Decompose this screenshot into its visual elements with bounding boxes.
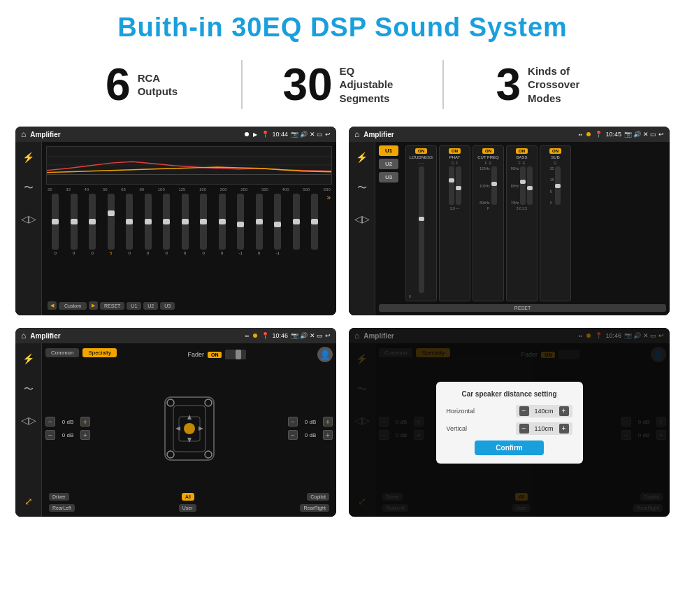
dialog-horizontal-label: Horizontal [447, 408, 485, 415]
btn-copilot[interactable]: Copilot [307, 493, 329, 501]
preset-u2[interactable]: U2 [379, 159, 398, 169]
eq-prev-btn[interactable]: ◀ [48, 301, 57, 310]
crossover-status-icons: 📍 10:45 📷 🔊 ✕ ▭ ↩ [595, 131, 664, 138]
vertical-minus-btn[interactable]: − [519, 424, 529, 434]
eq-slider-11[interactable]: 0 [252, 194, 268, 255]
vertical-value: 110cm [532, 425, 556, 432]
vol4-minus[interactable]: − [288, 430, 298, 440]
wave-icon-2[interactable]: 〜 [352, 178, 372, 198]
eq-slider-4[interactable]: 0 [122, 194, 138, 255]
btn-all[interactable]: All [182, 493, 194, 501]
bottom-labels: Driver All Copilot [45, 491, 333, 502]
eq-slider-1[interactable]: 0 [66, 194, 82, 255]
confirm-button[interactable]: Confirm [475, 440, 543, 455]
sub-label: SUB [551, 155, 559, 159]
eq-slider-14[interactable] [307, 194, 323, 251]
status-dot-2 [586, 132, 591, 136]
eq-slider-2[interactable]: 0 [85, 194, 101, 255]
tab-specialty[interactable]: Specialty [82, 348, 116, 357]
profile-icon[interactable]: 👤 [317, 347, 333, 362]
volume-icon[interactable]: ◁▷ [19, 209, 38, 229]
phat-on[interactable]: ON [449, 148, 461, 154]
eq-time: 10:44 [272, 131, 288, 138]
btn-user[interactable]: User [179, 504, 196, 512]
eq-left-sidebar: ⚡ 〜 ◁▷ [15, 142, 42, 315]
eq-slider-8[interactable]: 0 [196, 194, 212, 255]
preset-u3[interactable]: U3 [379, 172, 398, 182]
vol1-plus[interactable]: + [80, 417, 90, 427]
btn-driver[interactable]: Driver [49, 493, 69, 501]
channel-loudness: ON LOUDNESS ~ ~ 0 [405, 145, 437, 301]
crossover-reset-btn[interactable]: RESET [379, 304, 666, 312]
crossover-app-name: Amplifier [363, 131, 394, 138]
svg-marker-8 [187, 438, 192, 443]
tab-common[interactable]: Common [45, 348, 79, 357]
channel-phat: ON PHAT G F 3.0 — [439, 145, 470, 301]
vol2-plus[interactable]: + [80, 430, 90, 440]
crossover-screen-content: ⚡ 〜 ◁▷ U1 U2 U3 ON [349, 142, 670, 315]
vol2-minus[interactable]: − [45, 430, 55, 440]
vol-row-1: − 0 dB + [45, 417, 90, 427]
expand-icon[interactable]: ⤢ [19, 492, 38, 511]
vol3-minus[interactable]: − [288, 417, 298, 427]
stat-rca-number: 6 [106, 62, 131, 107]
fader-on-btn[interactable]: ON [208, 352, 222, 358]
eq-slider-12[interactable]: -1 [270, 194, 286, 255]
eq-icon[interactable]: ⚡ [19, 148, 38, 167]
vertical-plus-btn[interactable]: + [559, 424, 569, 434]
loudness-on[interactable]: ON [415, 148, 427, 154]
eq-icon-3[interactable]: ⚡ [19, 349, 38, 368]
eq-slider-0[interactable]: 0 [48, 194, 64, 255]
btn-rearright[interactable]: RearRight [300, 504, 329, 512]
screens-grid: ⌂ Amplifier ▶ 📍 10:44 📷 🔊 ✕ ▭ ↩ ⚡ 〜 ◁▷ [0, 123, 685, 532]
status-dot-1 [245, 132, 249, 136]
eq-next-btn[interactable]: ▶ [89, 301, 98, 310]
eq-icon-2[interactable]: ⚡ [352, 148, 372, 167]
eq-reset-btn[interactable]: RESET [100, 302, 124, 310]
eq-u2-btn[interactable]: U2 [143, 302, 158, 310]
vol1-minus[interactable]: − [45, 417, 55, 427]
sub-on[interactable]: ON [549, 148, 561, 154]
channel-strips: ON LOUDNESS ~ ~ 0 [405, 145, 666, 301]
eq-slider-10[interactable]: -1 [233, 194, 249, 255]
vol3-plus[interactable]: + [323, 417, 333, 427]
btn-rearleft[interactable]: RearLeft [49, 504, 75, 512]
stat-eq-number: 30 [282, 62, 332, 107]
fader-label: Fader [187, 351, 204, 358]
eq-slider-3[interactable]: 5 [103, 194, 120, 255]
speaker-diagram [97, 394, 281, 464]
eq-bottom-bar: ◀ Custom ▶ RESET U1 U2 U3 [46, 299, 332, 311]
horizontal-minus-btn[interactable]: − [519, 406, 529, 416]
cutfreq-label: CUT FREQ [477, 155, 499, 159]
distance-screen: ⌂ Amplifier ▪▪ 📍 10:46 📷 🔊 ✕ ▭ ↩ ⚡ 〜 ◁▷ … [349, 328, 670, 517]
vol4-plus[interactable]: + [323, 430, 333, 440]
speaker-diagram-row: − 0 dB + − 0 dB + [45, 366, 333, 491]
svg-point-6 [184, 423, 195, 434]
vol2-value: 0 dB [58, 432, 78, 438]
eq-slider-13[interactable] [289, 194, 305, 251]
loudness-slider[interactable] [419, 166, 424, 293]
volume-icon-2[interactable]: ◁▷ [352, 209, 372, 229]
eq-slider-5[interactable]: 0 [140, 194, 157, 255]
dialog-box: Car speaker distance setting Horizontal … [436, 382, 583, 464]
eq-slider-6[interactable]: 0 [159, 194, 175, 255]
preset-u1[interactable]: U1 [379, 145, 398, 156]
eq-preset-label[interactable]: Custom [59, 302, 87, 310]
bass-freq-labels: 90Hz80Hz70Hz [511, 166, 519, 205]
eq-slider-9[interactable]: 0 [215, 194, 231, 255]
wave-icon[interactable]: 〜 [19, 178, 38, 198]
wave-icon-3[interactable]: 〜 [19, 380, 38, 399]
channel-cutfreq: ON CUT FREQ F G 120Hz100Hz80kHz F [473, 145, 504, 301]
stats-row: 6 RCAOutputs 30 EQ AdjustableSegments 3 … [0, 50, 685, 123]
eq-screen: ⌂ Amplifier ▶ 📍 10:44 📷 🔊 ✕ ▭ ↩ ⚡ 〜 ◁▷ [15, 127, 336, 315]
eq-u3-btn[interactable]: U3 [160, 302, 175, 310]
bass-on[interactable]: ON [516, 148, 528, 154]
eq-slider-7[interactable]: 0 [178, 194, 194, 255]
dialog-title: Car speaker distance setting [447, 390, 572, 398]
speaker-icon[interactable]: ◁▷ [19, 410, 38, 430]
eq-main-panel: 253240506380100125160200250320400500630 … [42, 142, 336, 315]
eq-screen-content: ⚡ 〜 ◁▷ [15, 142, 336, 315]
cutfreq-on[interactable]: ON [482, 148, 494, 154]
horizontal-plus-btn[interactable]: + [559, 406, 569, 416]
eq-u1-btn[interactable]: U1 [127, 302, 141, 310]
